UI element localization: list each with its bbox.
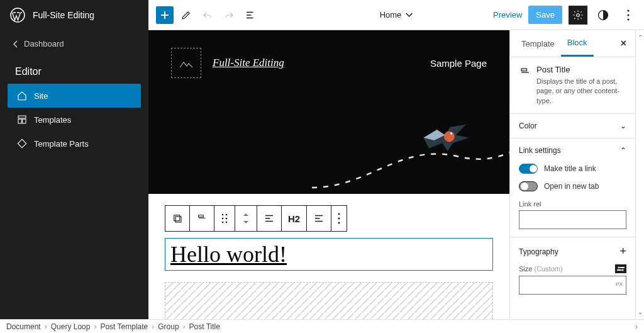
breadcrumb-item[interactable]: Post Template xyxy=(100,322,148,331)
preview-button[interactable]: Preview xyxy=(493,10,522,20)
document-title-dropdown[interactable]: Home xyxy=(380,10,413,20)
redo-button[interactable] xyxy=(220,6,238,24)
plus-icon xyxy=(160,10,170,20)
svg-point-6 xyxy=(628,9,630,11)
toggle-label: Open in new tab xyxy=(544,182,599,191)
sidebar-menu: Site Templates Template Parts xyxy=(0,84,148,155)
list-view-icon xyxy=(245,9,256,21)
site-brand-link[interactable]: Full-Site Editing xyxy=(213,57,284,69)
svg-point-9 xyxy=(444,132,455,142)
post-title-block[interactable]: Hello world! xyxy=(165,238,493,271)
svg-point-19 xyxy=(338,213,340,215)
make-title-link-toggle[interactable] xyxy=(519,164,538,174)
link-rel-input[interactable] xyxy=(519,210,626,229)
undo-button[interactable] xyxy=(199,6,216,24)
svg-point-4 xyxy=(577,13,580,16)
link-settings-label: Link settings xyxy=(519,146,561,155)
add-typography-option[interactable]: + xyxy=(619,245,626,258)
settings-sidebar: Template Block × Post Title Displays the… xyxy=(509,30,635,319)
stack-icon xyxy=(172,213,183,224)
scroll-up-icon[interactable]: ⌃ xyxy=(638,34,643,41)
align-button[interactable] xyxy=(257,206,282,231)
tab-block[interactable]: Block xyxy=(561,30,594,57)
header-template-part[interactable]: Full-Site Editing Sample Page xyxy=(148,30,509,194)
text-align-button[interactable] xyxy=(307,206,331,231)
block-breadcrumb: Document› Query Loop› Post Template› Gro… xyxy=(0,319,644,333)
block-type-button[interactable] xyxy=(190,206,214,231)
tools-button[interactable] xyxy=(177,6,195,24)
svg-rect-22 xyxy=(615,264,626,273)
select-parent-button[interactable] xyxy=(165,206,190,231)
svg-point-18 xyxy=(226,222,228,223)
tab-template[interactable]: Template xyxy=(515,31,561,56)
wordpress-logo-icon[interactable] xyxy=(10,8,25,23)
drag-handle[interactable] xyxy=(214,206,235,231)
typography-label: Typography xyxy=(519,247,558,256)
list-view-button[interactable] xyxy=(242,6,259,24)
text-align-icon xyxy=(313,213,325,224)
back-to-dashboard[interactable]: Dashboard xyxy=(0,30,148,57)
svg-rect-26 xyxy=(617,269,621,271)
sidebar-item-template-parts[interactable]: Template Parts xyxy=(8,132,141,155)
diamond-icon xyxy=(16,138,28,149)
more-vertical-icon xyxy=(627,9,630,21)
svg-point-13 xyxy=(222,214,224,216)
styles-toggle[interactable] xyxy=(594,6,613,25)
heading-level-button[interactable]: H2 xyxy=(282,206,307,231)
breadcrumb-item[interactable]: Post Title xyxy=(189,322,220,331)
svg-point-10 xyxy=(450,132,452,134)
toolbar-left xyxy=(148,6,259,24)
color-panel[interactable]: Color ⌄ xyxy=(510,113,635,138)
drag-icon xyxy=(221,213,228,224)
breadcrumb-item[interactable]: Query Loop xyxy=(51,322,91,331)
color-label: Color xyxy=(519,121,537,130)
link-settings-panel: Link settings ⌃ Make title a link Open i… xyxy=(510,138,635,237)
layout-icon xyxy=(16,114,28,125)
size-hint: (Custom) xyxy=(534,265,562,273)
sidebar-item-site[interactable]: Site xyxy=(8,84,141,108)
nav-link-sample-page[interactable]: Sample Page xyxy=(430,58,487,69)
post-title-icon xyxy=(196,213,208,224)
svg-rect-11 xyxy=(174,215,180,221)
site-logo-placeholder[interactable] xyxy=(171,48,201,78)
chevron-down-icon: ⌄ xyxy=(620,121,626,130)
size-label: Size xyxy=(519,265,532,273)
breadcrumb-item[interactable]: Document xyxy=(6,322,41,331)
font-size-input[interactable] xyxy=(519,276,626,295)
more-vertical-icon xyxy=(338,213,340,224)
sidebar-item-label: Templates xyxy=(34,115,71,125)
inserter-button[interactable] xyxy=(156,6,174,24)
editor-canvas[interactable]: Full-Site Editing Sample Page H xyxy=(148,30,509,319)
featured-image-placeholder[interactable] xyxy=(165,282,493,319)
svg-point-8 xyxy=(628,18,630,20)
block-more-options[interactable] xyxy=(331,206,347,231)
settings-toggle[interactable] xyxy=(569,6,587,25)
svg-point-17 xyxy=(222,222,224,223)
svg-point-16 xyxy=(226,218,228,220)
move-up-down[interactable] xyxy=(235,206,257,231)
sidebar-header: Full-Site Editing xyxy=(0,0,148,30)
sidebar-heading: Editor xyxy=(0,57,148,84)
sidebar-item-label: Template Parts xyxy=(34,139,89,149)
home-icon xyxy=(16,90,28,101)
editor-topbar: Home Preview Save xyxy=(148,0,644,30)
sidebar-item-templates[interactable]: Templates xyxy=(8,108,141,132)
canvas-scroll-rail[interactable]: ⌃ ⌄ xyxy=(635,30,644,319)
more-options-button[interactable] xyxy=(619,6,638,25)
custom-size-toggle[interactable] xyxy=(615,264,626,273)
breadcrumb-item[interactable]: Group xyxy=(158,322,179,331)
save-button[interactable]: Save xyxy=(528,6,562,24)
scroll-down-icon[interactable]: ⌄ xyxy=(638,308,643,315)
back-label: Dashboard xyxy=(24,39,64,48)
block-name: Post Title xyxy=(536,65,626,74)
svg-point-14 xyxy=(226,214,228,216)
post-title-icon xyxy=(519,66,531,79)
svg-point-25 xyxy=(622,269,624,271)
svg-rect-3 xyxy=(23,119,26,123)
image-placeholder-icon xyxy=(179,57,194,69)
link-settings-header[interactable]: Link settings ⌃ xyxy=(519,146,626,155)
svg-rect-1 xyxy=(18,116,26,118)
breadcrumb-scroll-right[interactable]: › xyxy=(635,322,638,331)
close-inspector-button[interactable]: × xyxy=(617,35,630,52)
open-new-tab-toggle[interactable] xyxy=(519,181,538,191)
